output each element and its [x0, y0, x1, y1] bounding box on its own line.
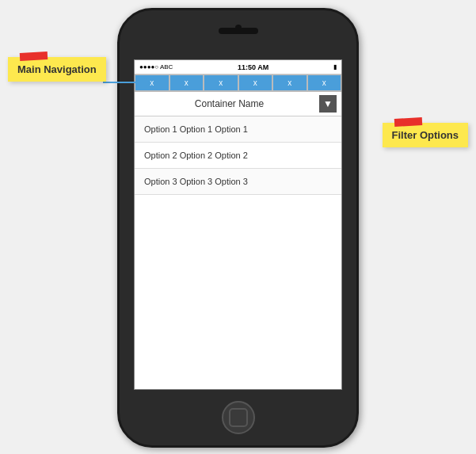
phone-screen: ●●●●○ ABC 11:50 AM ▮ x x x x x x Contain…	[134, 59, 342, 390]
main-nav-label: Main Navigation	[17, 63, 97, 75]
filter-label: Filter Options	[392, 129, 459, 141]
container-name-label: Container Name	[139, 98, 319, 109]
nav-tabs: x x x x x x	[135, 74, 341, 92]
signal-indicator: ●●●●○ ABC	[139, 63, 173, 71]
nav-tab-2[interactable]: x	[169, 74, 204, 91]
nav-arrow	[103, 82, 150, 83]
status-time: 11:50 AM	[238, 63, 268, 71]
nav-tab-4[interactable]: x	[238, 74, 273, 91]
nav-tab-5[interactable]: x	[272, 74, 307, 91]
list-item[interactable]: Option 2 Option 2 Option 2	[135, 143, 341, 169]
container-header: Container Name ▼	[135, 92, 341, 116]
home-button-icon	[229, 408, 248, 427]
phone-earpiece	[219, 28, 258, 34]
status-bar: ●●●●○ ABC 11:50 AM ▮	[135, 60, 341, 74]
list-item[interactable]: Option 3 Option 3 Option 3	[135, 169, 341, 195]
battery-indicator: ▮	[333, 63, 337, 71]
filter-button[interactable]: ▼	[319, 95, 337, 113]
main-nav-annotation: Main Navigation	[8, 57, 106, 82]
home-button[interactable]	[222, 401, 255, 434]
phone-frame: ●●●●○ ABC 11:50 AM ▮ x x x x x x Contain…	[117, 8, 359, 448]
filter-annotation: Filter Options	[383, 123, 469, 147]
nav-tab-6[interactable]: x	[307, 74, 342, 91]
nav-tab-3[interactable]: x	[204, 74, 238, 91]
list-item[interactable]: Option 1 Option 1 Option 1	[135, 116, 341, 143]
